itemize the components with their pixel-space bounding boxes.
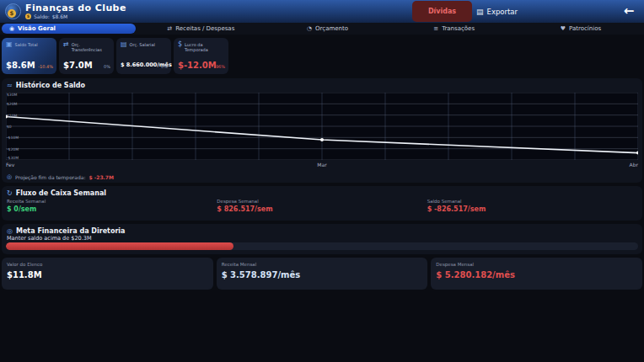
kpi-card-row: ▣ Saldo Total $8.6M -10.4% ⇄ Orç. Transf… <box>2 38 228 74</box>
section-title: Histórico de Saldo <box>16 82 85 89</box>
chart-canvas <box>6 93 638 160</box>
kpi-change-badge: 0% <box>104 64 110 69</box>
stat-label: Despesa Semanal <box>217 199 427 204</box>
section-header: ↻ Fluxo de Caixa Semanal <box>2 186 642 199</box>
debts-button[interactable]: Dívidas <box>412 1 472 22</box>
tab-label: Orçamento <box>315 25 348 32</box>
cycle-icon: ↻ <box>7 189 13 197</box>
debts-button-label: Dívidas <box>428 8 456 15</box>
coin-icon: $ <box>8 9 16 18</box>
stat-value: $ 0/sem <box>7 205 217 213</box>
pie-chart-icon: ◔ <box>307 25 312 32</box>
balance-subtitle: $ Saldo: $8.6M <box>25 13 67 19</box>
target-icon: ◎ <box>7 227 13 235</box>
x-tick-abr: Abr <box>630 162 638 168</box>
heart-icon: ♥ <box>561 25 566 32</box>
stat-label: Receita Mensal <box>222 262 257 267</box>
y-axis-tick: $0 <box>7 125 12 129</box>
kpi-change-badge: -10.4% <box>38 64 53 69</box>
projection-value: $ -23.7M <box>89 174 114 180</box>
weekly-expense-stat: Despesa Semanal $ 826.517/sem <box>217 199 427 213</box>
bottom-stat-cards: Valor do Elenco $11.8M Receita Mensal $ … <box>2 258 642 290</box>
season-projection: ◎ Projeção fim da temporada: $ -23.7M <box>7 173 114 180</box>
weekly-balance-stat: Saldo Semanal $ -826.517/sem <box>427 199 637 213</box>
tab-transacoes[interactable]: ≡ Transações <box>391 23 518 35</box>
export-button-label: Exportar <box>487 8 518 16</box>
stat-value: $11.8M <box>7 270 42 279</box>
y-axis-tick: -$10M <box>7 136 19 140</box>
goal-progress-bar <box>6 242 638 250</box>
dollar-icon: $ <box>178 41 182 48</box>
x-tick-fev: Fev <box>6 162 14 168</box>
monthly-income-card: Receita Mensal $ 3.578.897/mês <box>217 258 428 290</box>
monthly-expense-card: Despesa Mensal $ 5.280.182/mês <box>431 258 642 290</box>
weekly-cashflow-section: ↻ Fluxo de Caixa Semanal Receita Semanal… <box>2 186 642 221</box>
export-button[interactable]: ▤ Exportar <box>476 6 518 18</box>
target-icon: ◎ <box>7 173 12 180</box>
kpi-change-badge: -96% <box>214 64 225 69</box>
kpi-value: $8.6M <box>6 61 35 70</box>
list-icon: ≡ <box>433 25 438 32</box>
stat-value: $ 826.517/sem <box>217 205 427 213</box>
y-axis-tick: $10M <box>7 114 17 118</box>
balance-subtitle-label: Saldo: <box>34 13 50 19</box>
balance-history-chart: $30M$20M$10M$0-$10M-$20M-$30M <box>6 93 638 160</box>
app-header: $ Finanças do Clube $ Saldo: $8.6M Dívid… <box>0 0 644 23</box>
kpi-label: Lucro da Temporada <box>185 41 226 52</box>
kpi-card-orc-salarial: ▤ Orç. Salarial $ 8.660.000/mês 0% <box>116 38 171 74</box>
goal-description: Manter saldo acima de $20.3M <box>7 235 92 242</box>
tab-patrocinios[interactable]: ♥ Patrocínios <box>518 23 644 35</box>
section-title: Fluxo de Caixa Semanal <box>16 189 106 197</box>
section-header: ◎ Meta Financeira da Diretoria <box>2 224 642 237</box>
page-title: Finanças do Clube <box>25 3 126 13</box>
y-axis-tick: $30M <box>7 93 17 97</box>
coin-icon: $ <box>25 13 31 19</box>
kpi-label: Orç. Transferências <box>72 41 111 52</box>
export-file-icon: ▤ <box>476 8 484 16</box>
back-button[interactable]: ← <box>620 3 638 19</box>
tab-visao-geral[interactable]: ◉ Visão Geral <box>2 24 136 34</box>
section-header: ≈ Histórico de Saldo <box>2 78 642 91</box>
back-arrow-icon: ← <box>624 3 635 19</box>
tab-receitas-despesas[interactable]: ⇄ Receitas / Despesas <box>137 23 264 35</box>
balance-subtitle-value: $8.6M <box>52 13 68 19</box>
projection-label: Projeção fim da temporada: <box>15 174 85 180</box>
transfer-arrows-icon: ⇄ <box>167 25 172 32</box>
stat-value: $ 5.280.182/mês <box>436 270 515 279</box>
tab-label: Visão Geral <box>18 25 56 32</box>
x-axis-labels: Fev Mar Abr <box>6 162 638 168</box>
section-title: Meta Financeira da Diretoria <box>16 227 126 235</box>
stat-label: Valor do Elenco <box>7 262 42 267</box>
balance-history-section: ≈ Histórico de Saldo $30M$20M$10M$0-$10M… <box>2 78 642 183</box>
line-chart-icon: ≈ <box>7 82 13 89</box>
kpi-value: $-12.0M <box>178 61 217 70</box>
wallet-icon: ▣ <box>6 41 13 48</box>
squad-value-card: Valor do Elenco $11.8M <box>2 258 213 290</box>
y-axis-tick: -$20M <box>7 147 19 152</box>
transfer-arrows-icon: ⇄ <box>63 41 69 48</box>
tab-bar: ◉ Visão Geral ⇄ Receitas / Despesas ◔ Or… <box>0 23 644 35</box>
weekly-income-stat: Receita Semanal $ 0/sem <box>7 199 217 213</box>
stat-label: Receita Semanal <box>7 199 217 204</box>
stat-label: Despesa Mensal <box>436 262 474 267</box>
tab-label: Receitas / Despesas <box>175 25 234 32</box>
goal-progress-fill <box>6 242 233 250</box>
kpi-label: Orç. Salarial <box>130 41 155 47</box>
board-financial-goal-section: ◎ Meta Financeira da Diretoria Manter sa… <box>2 224 642 254</box>
tab-orcamento[interactable]: ◔ Orçamento <box>264 23 390 35</box>
kpi-change-badge: 0% <box>161 64 168 69</box>
stat-label: Saldo Semanal <box>427 199 637 204</box>
eye-icon: ◉ <box>9 25 14 32</box>
kpi-card-orc-transferencias: ⇄ Orç. Transferências $7.0M 0% <box>59 38 114 74</box>
kpi-card-lucro-temporada: $ Lucro da Temporada $-12.0M -96% <box>174 38 228 74</box>
y-axis-tick: -$30M <box>7 156 19 160</box>
kpi-card-saldo-total: ▣ Saldo Total $8.6M -10.4% <box>2 38 56 74</box>
tab-label: Patrocínios <box>569 25 601 32</box>
stat-value: $ 3.578.897/mês <box>222 270 301 279</box>
y-axis-tick: $20M <box>7 102 17 106</box>
stat-value: $ -826.517/sem <box>427 205 637 213</box>
kpi-value: $7.0M <box>63 61 93 70</box>
kpi-label: Saldo Total <box>15 41 38 47</box>
document-icon: ▤ <box>121 41 127 48</box>
tab-label: Transações <box>442 25 475 32</box>
